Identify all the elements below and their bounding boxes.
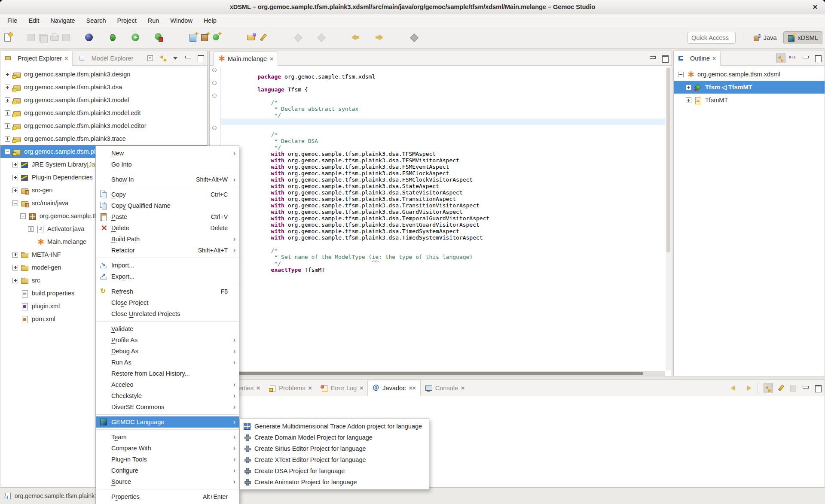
forward-icon[interactable]	[742, 383, 752, 393]
context-menu-item[interactable]	[96, 487, 239, 491]
link-with-editor-icon[interactable]	[776, 53, 785, 63]
previous-annotation-dropdown-icon[interactable]	[327, 32, 338, 43]
tree-expander-icon[interactable]	[5, 72, 10, 77]
tree-expander-icon[interactable]	[686, 97, 691, 103]
tree-expander-icon[interactable]	[12, 200, 18, 206]
code-line[interactable]: exactType TfsmMT	[221, 260, 665, 267]
perspective-button[interactable]: xDSML	[783, 31, 822, 44]
context-menu-item[interactable]	[96, 282, 239, 286]
tree-item[interactable]: org.gemoc.sample.tfsm.plaink3.dsa	[0, 81, 207, 94]
context-menu-item[interactable]: Debug As	[96, 346, 239, 357]
sort-icon[interactable]	[788, 53, 798, 63]
context-menu-item[interactable]: Compare With	[96, 443, 239, 454]
menubar-item[interactable]: Edit	[23, 14, 45, 27]
code-line[interactable]: package org.gemoc.sample.tfsm.xdsml	[221, 67, 665, 73]
close-icon[interactable]	[360, 385, 363, 392]
link-with-editor-icon[interactable]	[159, 53, 168, 63]
close-icon[interactable]	[309, 385, 312, 392]
open-element-button[interactable]	[246, 32, 257, 43]
next-annotation-dropdown-icon[interactable]	[304, 32, 315, 43]
tree-expander-icon[interactable]	[12, 252, 18, 258]
close-icon[interactable]	[461, 385, 464, 392]
context-menu-item[interactable]: Build Path	[96, 234, 239, 245]
code-line[interactable]: with org.gemoc.sample.tfsm.plaink3.dsa.T…	[221, 209, 665, 215]
new-wizard-button[interactable]	[3, 32, 13, 43]
run-button[interactable]	[130, 32, 141, 43]
submenu-item[interactable]: Create Domain Model Project for language	[240, 432, 429, 443]
context-menu-item[interactable]: Source	[96, 476, 239, 487]
menubar-item[interactable]: Run	[142, 14, 165, 27]
tree-expander-icon[interactable]	[12, 265, 18, 270]
run-dropdown-icon[interactable]	[142, 32, 152, 43]
code-line[interactable]	[221, 86, 665, 93]
tree-item[interactable]: org.gemoc.sample.tfsm.plaink3.model.edit…	[0, 119, 207, 132]
tree-expander-icon[interactable]	[12, 162, 18, 167]
context-menu-item[interactable]: Copy Ctrl+C	[96, 189, 239, 200]
tree-expander-icon[interactable]	[686, 85, 691, 90]
tree-expander-icon[interactable]	[12, 188, 18, 193]
menubar-item[interactable]: Project	[112, 14, 142, 27]
editor-tab-main-melange[interactable]: Main.melange	[213, 52, 278, 66]
code-line[interactable]: with org.gemoc.sample.tfsm.plaink3.dsa.T…	[221, 144, 665, 151]
tree-expander-icon[interactable]	[5, 110, 10, 116]
maximize-icon[interactable]	[660, 53, 670, 64]
context-menu-item[interactable]: Export...	[96, 271, 239, 282]
code-line[interactable]: with org.gemoc.sample.tfsm.plaink3.dsa.G…	[221, 202, 665, 209]
fold-collapse-icon[interactable]	[212, 126, 217, 130]
code-line[interactable]: with org.gemoc.sample.tfsm.plaink3.dsa.S…	[221, 183, 665, 189]
previous-annotation-button[interactable]	[316, 32, 326, 43]
maximize-icon[interactable]	[813, 53, 823, 63]
code-line[interactable]: with org.gemoc.sample.tfsm.plaink3.dsa.T…	[221, 151, 665, 157]
next-annotation-button[interactable]	[293, 32, 303, 43]
context-menu-item[interactable]: Checkstyle	[96, 390, 239, 401]
bottom-view-tab[interactable]: Javadoc ×	[367, 380, 420, 396]
editor-horizontal-scrollbar[interactable]	[210, 371, 665, 376]
bottom-view-tab[interactable]: Problems	[264, 380, 316, 396]
run-last-tool-button[interactable]	[153, 32, 164, 43]
code-line[interactable]: with org.gemoc.sample.tfsm.plaink3.dsa.T…	[221, 189, 665, 196]
context-menu-item[interactable]: Close Unrelated Projects	[96, 308, 239, 319]
code-line[interactable]: with org.gemoc.sample.tfsm.plaink3.dsa.F…	[221, 170, 665, 176]
close-icon[interactable]: ×	[409, 385, 416, 392]
code-line[interactable]: */	[221, 138, 665, 144]
debug-dropdown-icon[interactable]	[119, 32, 129, 43]
save-all-button[interactable]	[37, 32, 48, 43]
context-menu-item[interactable]	[96, 256, 239, 260]
code-editor[interactable]: package org.gemoc.sample.tfsm.xdsml lang…	[220, 67, 665, 370]
code-line[interactable]: * Declare DSA	[221, 131, 665, 138]
tree-expander-icon[interactable]	[5, 136, 10, 142]
context-menu-item[interactable]	[96, 185, 239, 189]
new-wizard-dropdown-icon[interactable]	[14, 32, 24, 43]
menubar-item[interactable]: Window	[165, 14, 198, 27]
submenu-item[interactable]: Create Sirius Editor Project for languag…	[240, 443, 429, 454]
code-line[interactable]: with org.gemoc.sample.tfsm.plaink3.dsa.E…	[221, 215, 665, 222]
context-menu-item[interactable]: Properties Alt+Enter	[96, 491, 239, 502]
minimize-icon[interactable]	[648, 53, 657, 64]
code-line[interactable]	[221, 118, 665, 125]
tab-project-explorer[interactable]: Project Explorer	[0, 51, 73, 66]
run-last-dropdown-icon[interactable]	[165, 32, 175, 43]
tree-expander-icon[interactable]	[678, 72, 684, 77]
context-menu-item[interactable]: Show In Shift+Alt+W	[96, 174, 239, 185]
open-perspective-icon[interactable]	[727, 33, 739, 43]
view-menu-chevron-icon[interactable]	[171, 53, 180, 63]
code-line[interactable]: language Tfsm {	[221, 80, 665, 86]
context-menu-item[interactable]	[96, 319, 239, 323]
context-menu-item[interactable]: Close Project	[96, 297, 239, 308]
acceleo-button[interactable]	[84, 32, 94, 43]
tree-item[interactable]: org.gemoc.sample.tfsm.plaink3.model.edit	[0, 106, 207, 119]
context-menu-item[interactable]: Paste Ctrl+V	[96, 211, 239, 222]
forward-history-button[interactable]	[374, 32, 384, 43]
tab-model-explorer[interactable]: Model Explorer	[75, 51, 138, 66]
title-bar[interactable]: xDSML – org.gemoc.sample.tfsm.plaink3.xd…	[0, 0, 825, 14]
fold-collapse-icon[interactable]	[212, 68, 217, 72]
context-menu-item[interactable]: Restore from Local History...	[96, 368, 239, 379]
editor-vertical-scrollbar[interactable]	[666, 67, 671, 370]
maximize-icon[interactable]	[813, 383, 823, 393]
annotation-button[interactable]	[258, 32, 268, 43]
outline-item[interactable]: TfsmMT	[674, 94, 825, 106]
code-line[interactable]: with org.gemoc.sample.tfsm.plaink3.dsa.F…	[221, 157, 665, 164]
context-menu-item[interactable]: Acceleo	[96, 379, 239, 390]
context-menu-item[interactable]	[96, 428, 239, 431]
context-menu-item[interactable]: Delete Delete	[96, 222, 239, 234]
